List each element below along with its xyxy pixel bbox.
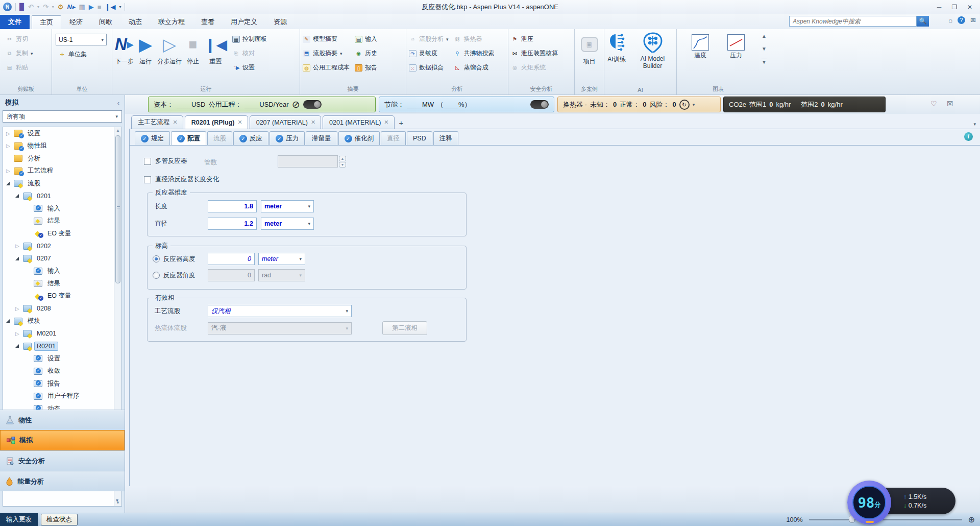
tree-item-blocks[interactable]: 模块 xyxy=(3,315,121,328)
project-button[interactable]: ▣ 项目 xyxy=(575,29,604,67)
control-panel-grid-icon[interactable]: ▦ xyxy=(79,3,85,11)
redo-dropdown-icon[interactable]: ▾ xyxy=(52,5,54,9)
diameter-input[interactable]: 1.2 xyxy=(208,218,257,230)
history-button[interactable]: ◉历史 xyxy=(352,48,380,59)
report-button[interactable]: ▯报告 xyxy=(352,62,380,73)
tab-equation-oriented[interactable]: 联立方程 xyxy=(150,15,193,29)
collapse-pane-icon[interactable]: ‹ xyxy=(117,99,119,107)
reactor-angle-radio[interactable] xyxy=(153,272,160,279)
scrollbar-thumb[interactable] xyxy=(115,135,120,283)
search-input[interactable] xyxy=(789,16,917,27)
diameter-varies-checkbox[interactable] xyxy=(144,176,151,183)
maximize-button[interactable]: ❐ xyxy=(947,2,962,12)
redo-icon[interactable]: ↷ xyxy=(43,3,48,11)
form-tab-configuration[interactable]: 配置 xyxy=(171,131,206,145)
thermal-fluid-combo[interactable]: 汽-液▾ xyxy=(208,322,352,334)
reset-icon[interactable]: ❙◀ xyxy=(105,3,116,11)
reset-button[interactable]: ❙◀ 重置 xyxy=(202,31,230,73)
tab-economics[interactable]: 经济 xyxy=(61,15,91,29)
tree-item-r0201-user-subroutine[interactable]: 用户子程序 xyxy=(3,390,121,403)
tree-item-setup[interactable]: ▷设置 xyxy=(3,127,121,140)
save-icon[interactable]: ▉ xyxy=(19,3,24,11)
collapse-icon[interactable] xyxy=(15,344,19,348)
flare-system-button[interactable]: ◎火炬系统 xyxy=(508,62,574,73)
heat-exchanger-button[interactable]: ⛓换热器 xyxy=(451,34,497,44)
pane-button-safety-analysis[interactable]: 安全分析 xyxy=(0,450,125,471)
pane-button-properties[interactable]: 物性 xyxy=(0,410,125,430)
gallery-scroll-up-icon[interactable]: ▲ xyxy=(762,33,767,39)
psv-rating-button[interactable]: ⋈泄压装置核算 xyxy=(508,48,574,59)
tree-item-0201-results[interactable]: 结果 xyxy=(3,215,121,228)
spinner-down-icon[interactable]: ▼ xyxy=(339,162,346,168)
doc-tab-0207[interactable]: 0207 (MATERIAL)✕ xyxy=(250,115,321,129)
model-summary-button[interactable]: ✎模型摘要 xyxy=(300,34,352,44)
exchangers-dropdown-icon[interactable]: ▾ xyxy=(693,102,695,107)
ai-training-button[interactable]: AI训练 xyxy=(604,29,629,71)
close-tab-icon[interactable]: ✕ xyxy=(173,119,178,126)
search-icon[interactable]: 🔍 xyxy=(917,16,929,27)
run-settings-button[interactable]: ∵▶设置 xyxy=(230,62,270,73)
pressure-relief-button[interactable]: ⚑泄压 xyxy=(508,34,574,44)
run-button[interactable]: ▶ 运行 xyxy=(136,31,155,73)
reactor-angle-input[interactable]: 0 xyxy=(208,269,255,281)
favorites-heart-icon[interactable]: ♡ xyxy=(930,100,937,108)
azeotrope-search-button[interactable]: ⚲共沸物搜索 xyxy=(451,48,497,59)
form-tab-catalyst[interactable]: 催化剂 xyxy=(338,131,380,145)
expand-icon[interactable]: ▷ xyxy=(6,131,11,136)
step-run-button[interactable]: ▷ 分步运行 xyxy=(155,31,184,73)
close-tab-icon[interactable]: ✕ xyxy=(384,119,388,126)
tree-item-0208[interactable]: ▷0208 xyxy=(3,302,121,315)
performance-gauge[interactable]: 98 分 xyxy=(847,481,891,524)
design-spec-icon[interactable]: ⚙ xyxy=(58,3,64,11)
collapse-icon[interactable] xyxy=(6,319,10,323)
expand-icon[interactable]: ▷ xyxy=(6,168,11,174)
tree-item-0207-input[interactable]: 输入 xyxy=(3,265,121,278)
tree-item-0201[interactable]: 0201 xyxy=(3,190,121,203)
qat-more-icon[interactable]: ▾ xyxy=(119,5,121,9)
tree-filter-combo[interactable]: 所有项▾ xyxy=(3,110,122,123)
info-icon[interactable]: i xyxy=(964,132,973,141)
control-panel-button[interactable]: ▦控制面板 xyxy=(230,34,270,44)
pane-button-energy-analysis[interactable]: 能量分析 xyxy=(0,471,125,491)
form-tab-specifications[interactable]: 规定 xyxy=(135,131,170,145)
close-tab-icon[interactable]: ✕ xyxy=(311,119,315,126)
units-set-combo[interactable]: US-1▾ xyxy=(56,34,107,45)
expand-icon[interactable]: ▷ xyxy=(15,331,20,337)
tree-item-r0201[interactable]: R0201 xyxy=(3,340,121,353)
zoom-in-icon[interactable]: ⊕ xyxy=(968,515,975,524)
run-icon[interactable]: ▶ xyxy=(89,3,94,11)
tree-item-0207[interactable]: 0207 xyxy=(3,252,121,265)
tree-item-analysis[interactable]: 分析 xyxy=(3,152,121,165)
sensitivity-button[interactable]: ↷灵敏度 xyxy=(406,48,451,59)
expand-icon[interactable]: ▷ xyxy=(15,243,20,249)
tab-batch[interactable]: 间歇 xyxy=(91,15,120,29)
close-tab-icon[interactable]: ✕ xyxy=(237,119,242,126)
collapse-icon[interactable] xyxy=(6,182,10,185)
stop-icon[interactable]: ■ xyxy=(97,3,102,11)
doc-tab-0201[interactable]: 0201 (MATERIAL)✕ xyxy=(323,115,394,129)
doc-tab-r0201[interactable]: R0201 (RPlug)✕ xyxy=(185,115,248,129)
stream-summary-button[interactable]: ⬒流股摘要▾ xyxy=(300,48,352,59)
doc-tab-main-flowsheet[interactable]: 主工艺流程✕ xyxy=(131,115,183,129)
length-input[interactable]: 1.8 xyxy=(208,200,257,212)
tree-item-r0201-report[interactable]: 报告 xyxy=(3,377,121,390)
pressure-plot-button[interactable]: 压力 xyxy=(725,33,747,61)
minimize-button[interactable]: ─ xyxy=(932,2,946,12)
help-icon[interactable]: ? xyxy=(958,16,965,24)
stop-button[interactable]: ■ 停止 xyxy=(184,31,202,73)
economics-toggle[interactable] xyxy=(303,100,322,109)
tree-item-0207-eo-variables[interactable]: EO 变量 xyxy=(3,290,121,303)
collapse-icon[interactable] xyxy=(15,194,19,198)
tree-item-streams[interactable]: 流股 xyxy=(3,177,121,190)
spinner-up-icon[interactable]: ▲ xyxy=(339,156,346,161)
tab-resources[interactable]: 资源 xyxy=(265,15,295,29)
reconcile-button[interactable]: ⎘核对 xyxy=(230,48,270,59)
next-button[interactable]: N▶ 下一步 xyxy=(112,31,136,73)
form-tab-holdup[interactable]: 滞留量 xyxy=(306,131,337,145)
second-liquid-button[interactable]: 第二液相 xyxy=(382,321,427,335)
diameter-unit-combo[interactable]: meter▾ xyxy=(261,218,314,230)
tree-item-0202[interactable]: ▷0202 xyxy=(3,240,121,253)
tree-item-0207-results[interactable]: 结果 xyxy=(3,277,121,290)
tab-home[interactable]: 主页 xyxy=(32,15,61,29)
close-button[interactable]: ✕ xyxy=(963,2,977,12)
